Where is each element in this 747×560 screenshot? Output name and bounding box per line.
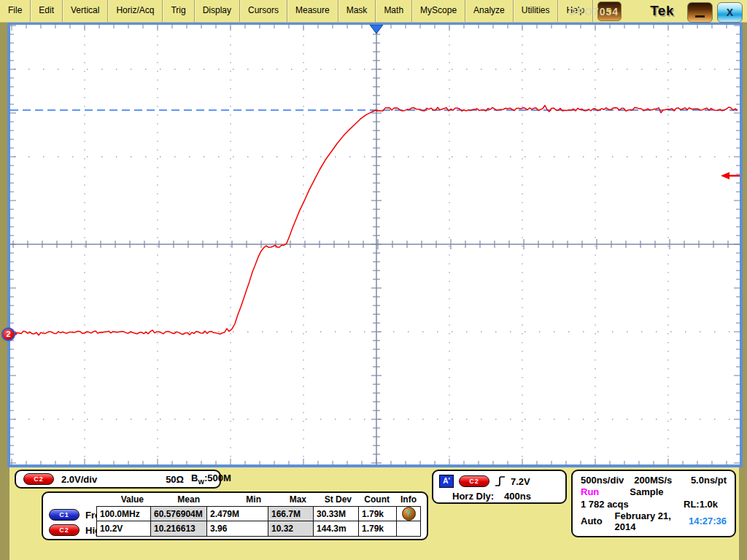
info-icon[interactable]: ? (402, 507, 416, 521)
menu-vertical[interactable]: Vertical (63, 0, 108, 22)
row2-label: C2 High* (47, 521, 96, 537)
menu-horiz-acq[interactable]: Horiz/Acq (108, 0, 163, 22)
menu-bar: File Edit Vertical Horiz/Acq Trig Displa… (0, 0, 747, 23)
freq-max: 166.7M (268, 506, 313, 521)
col-header-value: Value (96, 494, 150, 506)
close-button[interactable]: X (717, 2, 743, 23)
measurement-header-row: Value Mean Min Max St Dev Count Info (47, 494, 427, 506)
tek-logo: Tek (650, 3, 674, 19)
trigger-a-badge: A' (439, 475, 454, 488)
menu-display[interactable]: Display (195, 0, 240, 22)
rising-edge-icon (495, 475, 506, 487)
menu-file[interactable]: File (0, 0, 31, 22)
horizontal-readout[interactable]: 500ns/div 200MS/s 5.0ns/pt Run Sample 1 … (571, 470, 736, 537)
menu-measure[interactable]: Measure (287, 0, 338, 22)
bandwidth-limit: BW:500M (191, 472, 231, 486)
col-header-mean: Mean (150, 494, 206, 506)
menu-utilities[interactable]: Utilities (514, 0, 559, 22)
high-max: 10.32 (268, 521, 313, 537)
table-row: C1 Freq 100.0MHz 60.576904M 2.479M 166.7… (47, 506, 427, 521)
freq-value: 100.0MHz (96, 506, 150, 521)
horz-delay-value: 400ns (504, 491, 531, 502)
menu-mask[interactable]: Mask (338, 0, 376, 22)
status-panel: C2 2.0V/div 50Ω BW:500M Value Mean Min M… (9, 467, 739, 560)
horizontal-scale: 500ns/div (581, 475, 624, 486)
col-header-stdev: St Dev (313, 494, 358, 506)
vertical-scale-value: 2.0V/div (61, 474, 97, 485)
graticule-svg (10, 25, 740, 464)
channel2-ground-marker[interactable]: 2 (1, 327, 15, 341)
high-mean: 10.216613 (150, 521, 206, 537)
freq-info-cell: ? (396, 506, 421, 521)
trigger-source-badge: C2 (459, 475, 489, 487)
menu-math[interactable]: Math (376, 0, 412, 22)
trigger-readout[interactable]: A' C2 7.2V Horz Dly: 400ns (432, 470, 567, 504)
input-impedance: 50Ω (166, 474, 184, 485)
channel1-badge: C1 (49, 509, 80, 521)
measurement-name: High* (85, 525, 96, 536)
measurement-table: Value Mean Min Max St Dev Count Info C1 … (42, 491, 428, 540)
menu-trig[interactable]: Trig (163, 0, 194, 22)
high-min: 3.96 (206, 521, 268, 537)
menu-myscope[interactable]: MyScope (412, 0, 465, 22)
freq-stdev: 30.33M (313, 506, 358, 521)
col-header-info: Info (396, 494, 421, 506)
table-row: C2 High* 10.2V 10.216613 3.96 10.32 144.… (47, 521, 427, 537)
col-header-count: Count (358, 494, 396, 506)
freq-mean: 60.576904M (150, 506, 206, 521)
menu-cursors[interactable]: Cursors (240, 0, 287, 22)
acquisition-state: Run (581, 486, 599, 497)
freq-count: 1.79k (358, 506, 396, 521)
menu-edit[interactable]: Edit (31, 0, 63, 22)
time-display: 14:27:36 (689, 516, 727, 526)
record-length: RL:1.0k (684, 499, 718, 510)
high-stdev: 144.3m (313, 521, 358, 537)
acquisition-mode: Sample (630, 486, 663, 497)
scope-display (7, 22, 743, 467)
high-value: 10.2V (96, 521, 150, 537)
trigger-mode: Auto (581, 516, 603, 526)
sample-rate: 200MS/s (634, 475, 672, 486)
col-header-min: Min (206, 494, 268, 506)
row1-label: C1 Freq (47, 506, 96, 521)
measurement-name: Freq (85, 510, 96, 521)
menu-analyze[interactable]: Analyze (465, 0, 514, 22)
high-info-cell (396, 521, 421, 537)
freq-min: 2.479M (206, 506, 268, 521)
minimize-icon (695, 15, 705, 18)
close-icon: X (727, 7, 733, 18)
trigger-level-value: 7.2V (511, 476, 530, 487)
channel2-badge: C2 (23, 473, 54, 485)
high-count: 1.79k (358, 521, 396, 537)
col-header-max: Max (268, 494, 313, 506)
date-display: February 21, 2014 (615, 510, 689, 532)
horz-delay-label: Horz Dly: (452, 491, 494, 502)
channel2-badge: C2 (49, 524, 80, 536)
channel2-scale-readout[interactable]: C2 2.0V/div 50Ω BW:500M (15, 470, 221, 489)
minimize-button[interactable] (687, 2, 713, 23)
resolution: 5.0ns/pt (691, 475, 727, 486)
model-label: DPO7054 (569, 6, 619, 18)
acquisition-count: 1 782 acqs (581, 499, 629, 510)
